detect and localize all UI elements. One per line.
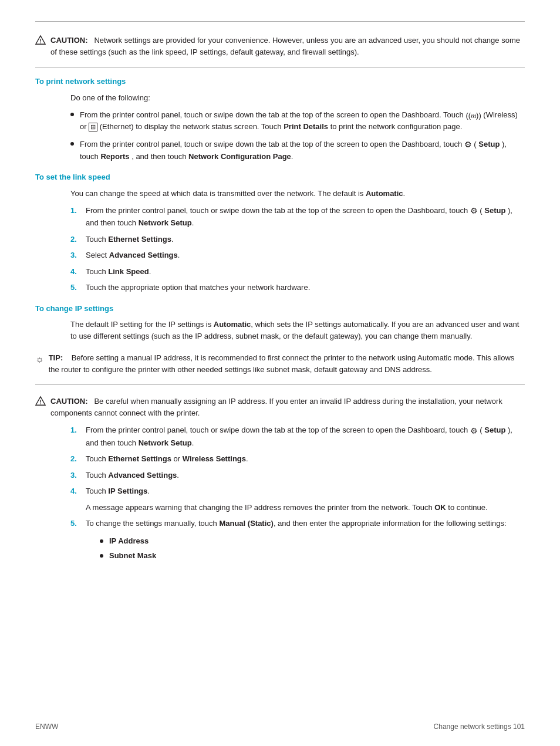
list-item: 4. Touch IP Settings. xyxy=(70,485,525,497)
step-num: 5. xyxy=(70,282,81,293)
bullet-dot xyxy=(70,113,74,116)
section-link-intro: You can change the speed at which data i… xyxy=(70,188,525,200)
step-num: 3. xyxy=(70,470,81,481)
caution-icon-2 xyxy=(35,396,46,406)
caution-box-1: CAUTION: Network settings are provided f… xyxy=(35,30,525,63)
gear-icon-3: ⚙ xyxy=(470,425,478,437)
step-num: 3. xyxy=(70,249,81,261)
list-item: 5. Touch the appropriate option that mat… xyxy=(70,282,525,293)
step-text: Touch Ethernet Settings. xyxy=(86,234,174,245)
sub-bullet-text: IP Address xyxy=(109,535,149,547)
section-ip-steps: 1. From the printer control panel, touch… xyxy=(70,424,525,565)
list-item: From the printer control panel, touch or… xyxy=(70,139,525,163)
section-link-steps: 1. From the printer control panel, touch… xyxy=(70,205,525,293)
bullet-text-2: From the printer control panel, touch or… xyxy=(80,139,525,163)
section-print-heading: To print network settings xyxy=(35,76,525,87)
caution-text-2: CAUTION: Be careful when manually assign… xyxy=(50,396,525,418)
step-note: A message appears warning that changing … xyxy=(86,503,488,512)
caution-bottom-rule xyxy=(35,67,525,67)
list-item: 1. From the printer control panel, touch… xyxy=(70,424,525,448)
section-ip-body: The default IP setting for the IP settin… xyxy=(70,319,525,342)
caution-icon-1 xyxy=(35,35,46,45)
step-num: 1. xyxy=(70,424,81,436)
gear-icon-2: ⚙ xyxy=(470,205,478,217)
step-text: Touch Link Speed. xyxy=(86,266,151,278)
bullet-dot xyxy=(70,142,74,146)
step-num: 1. xyxy=(70,205,81,217)
step-text: Touch IP Settings. xyxy=(86,485,150,497)
section-print-intro: Do one of the following: xyxy=(70,92,525,104)
list-item-note: A message appears warning that changing … xyxy=(70,502,525,514)
bullet-text-1: From the printer control panel, touch or… xyxy=(80,109,525,133)
page-footer: ENWW Change network settings 101 xyxy=(35,721,525,732)
list-item: 4. Touch Link Speed. xyxy=(70,266,525,278)
sub-bullet-list: IP Address Subnet Mask xyxy=(100,535,507,562)
footer-right: Change network settings 101 xyxy=(434,721,525,732)
top-rule xyxy=(35,21,525,22)
step-num: 5. xyxy=(70,518,81,529)
step-num: 4. xyxy=(70,485,81,497)
step-text: Select Advanced Settings. xyxy=(86,249,180,261)
section-link-speed: To set the link speed You can change the… xyxy=(35,171,525,293)
svg-point-5 xyxy=(40,404,41,404)
section-link-body: You can change the speed at which data i… xyxy=(70,188,525,293)
svg-point-2 xyxy=(40,42,41,43)
caution-box-2: CAUTION: Be careful when manually assign… xyxy=(35,393,525,424)
bullet-dot xyxy=(100,554,103,558)
list-item: 2. Touch Ethernet Settings. xyxy=(70,234,525,245)
section-link-heading: To set the link speed xyxy=(35,171,525,183)
bullet-dot xyxy=(100,539,103,543)
footer-left: ENWW xyxy=(35,721,58,732)
step-text: Touch Ethernet Settings or Wireless Sett… xyxy=(86,453,248,465)
section-ip-intro: The default IP setting for the IP settin… xyxy=(70,319,525,342)
section-ip-steps-body: 1. From the printer control panel, touch… xyxy=(70,424,525,565)
step-num: 2. xyxy=(70,453,81,465)
list-item: 5. To change the settings manually, touc… xyxy=(70,518,525,565)
section-print: To print network settings Do one of the … xyxy=(35,76,525,162)
step-text: Touch the appropriate option that matche… xyxy=(86,282,310,293)
section-ip-heading: To change IP settings xyxy=(35,303,525,315)
step-num: 2. xyxy=(70,234,81,245)
step-text: Touch Advanced Settings. xyxy=(86,470,179,481)
section-ip: To change IP settings The default IP set… xyxy=(35,303,525,565)
list-item: 1. From the printer control panel, touch… xyxy=(70,205,525,229)
list-item: 3. Select Advanced Settings. xyxy=(70,249,525,261)
section-print-list: From the printer control panel, touch or… xyxy=(70,109,525,162)
sub-bullet-text: Subnet Mask xyxy=(109,550,156,562)
caution-text-1: CAUTION: Network settings are provided f… xyxy=(50,35,525,58)
tip-text: TIP: Before setting a manual IP address,… xyxy=(49,352,525,375)
list-item: Subnet Mask xyxy=(100,550,507,562)
gear-icon-1: ⚙ xyxy=(464,139,472,151)
wireless-icon: ((𝑚)) xyxy=(465,110,481,121)
section-print-body: Do one of the following: From the printe… xyxy=(70,92,525,163)
tip-rule xyxy=(35,384,525,385)
list-item: From the printer control panel, touch or… xyxy=(70,109,525,133)
list-item: 3. Touch Advanced Settings. xyxy=(70,470,525,481)
list-item: IP Address xyxy=(100,535,507,547)
step-num: 4. xyxy=(70,266,81,278)
ethernet-icon: ⊞ xyxy=(89,123,97,131)
tip-sun-icon: ☼ xyxy=(35,352,44,366)
step-text: To change the settings manually, touch M… xyxy=(86,518,507,565)
step-text: From the printer control panel, touch or… xyxy=(86,205,525,229)
tip-box: ☼ TIP: Before setting a manual IP addres… xyxy=(35,347,525,381)
step-text: From the printer control panel, touch or… xyxy=(86,424,525,448)
list-item: 2. Touch Ethernet Settings or Wireless S… xyxy=(70,453,525,465)
